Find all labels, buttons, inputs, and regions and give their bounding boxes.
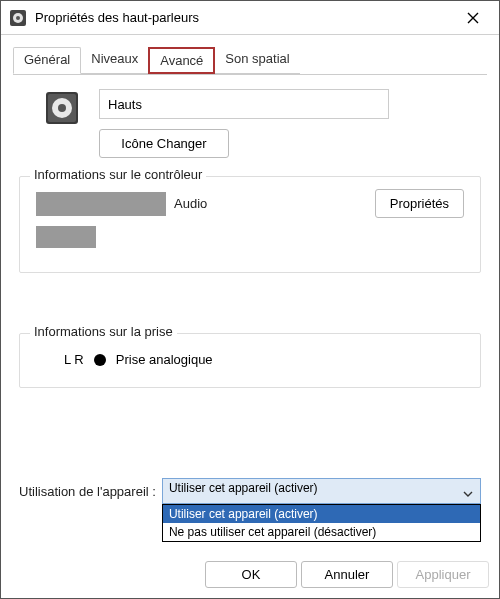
jack-analog-label: Prise analogique: [116, 352, 213, 367]
tab-spatial-sound[interactable]: Son spatial: [215, 47, 299, 74]
jack-color-dot: [94, 354, 106, 366]
jack-group: Informations sur la prise L R Prise anal…: [19, 333, 481, 388]
controller-group: Informations sur le contrôleur Audio Pro…: [19, 176, 481, 273]
device-name-input[interactable]: [99, 89, 389, 119]
name-block: Icône Changer: [99, 89, 389, 158]
device-header: Icône Changer: [13, 85, 487, 158]
controller-legend: Informations sur le contrôleur: [30, 167, 206, 182]
jack-lr: L R: [64, 352, 84, 367]
title-bar: Propriétés des haut-parleurs: [1, 1, 499, 35]
properties-window: Propriétés des haut-parleurs Général Niv…: [0, 0, 500, 599]
svg-point-2: [16, 16, 20, 20]
tab-advanced[interactable]: Avancé: [148, 47, 215, 74]
usage-select[interactable]: Utiliser cet appareil (activer): [162, 478, 481, 504]
change-icon-button[interactable]: Icône Changer: [99, 129, 229, 158]
tab-bar: Général Niveaux Avancé Son spatial: [1, 47, 499, 74]
controller-row: Audio Propriétés: [36, 189, 464, 218]
cancel-button[interactable]: Annuler: [301, 561, 393, 588]
usage-label: Utilisation de l'appareil :: [19, 484, 156, 499]
tab-general[interactable]: Général: [13, 47, 81, 74]
tab-levels[interactable]: Niveaux: [81, 47, 148, 74]
usage-select-value: Utiliser cet appareil (activer): [169, 481, 318, 495]
apply-button[interactable]: Appliquer: [397, 561, 489, 588]
window-title: Propriétés des haut-parleurs: [35, 10, 453, 25]
close-icon[interactable]: [453, 1, 493, 34]
controller-vendor-redacted: [36, 192, 166, 216]
jack-legend: Informations sur la prise: [30, 324, 177, 339]
jack-row: L R Prise analogique: [36, 346, 464, 367]
ok-button[interactable]: OK: [205, 561, 297, 588]
svg-point-6: [58, 104, 66, 112]
controller-extra-redacted: [36, 226, 96, 248]
usage-select-wrap: Utiliser cet appareil (activer) Utiliser…: [162, 478, 481, 504]
app-icon: [9, 9, 27, 27]
controller-audio-text: Audio: [174, 196, 207, 211]
usage-option-disable[interactable]: Ne pas utiliser cet appareil (désactiver…: [163, 523, 480, 541]
action-row: OK Annuler Appliquer: [1, 545, 499, 598]
controller-properties-button[interactable]: Propriétés: [375, 189, 464, 218]
usage-option-enable[interactable]: Utiliser cet appareil (activer): [163, 505, 480, 523]
usage-dropdown: Utiliser cet appareil (activer) Ne pas u…: [162, 504, 481, 542]
speaker-icon: [43, 89, 81, 127]
usage-row: Utilisation de l'appareil : Utiliser cet…: [13, 478, 487, 504]
tab-content: Icône Changer Informations sur le contrô…: [13, 74, 487, 545]
